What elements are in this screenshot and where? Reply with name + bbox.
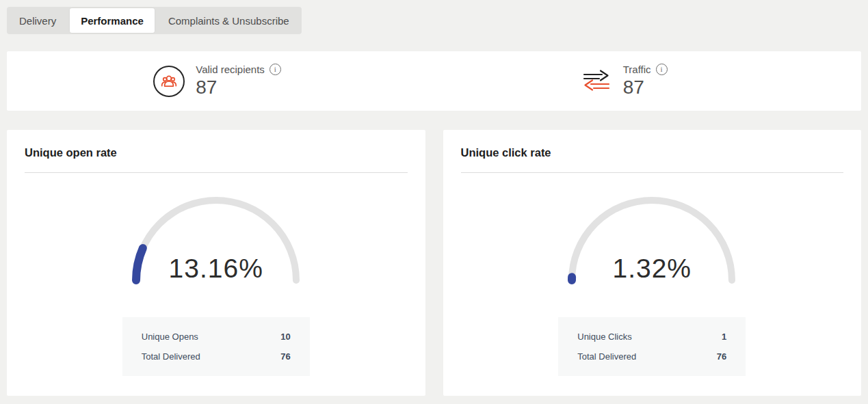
unique-click-rate-card: Unique click rate 1.32% Unique Clicks 1 … bbox=[443, 130, 862, 396]
open-rate-detail-table: Unique Opens 10 Total Delivered 76 bbox=[122, 317, 310, 376]
group-people-icon bbox=[153, 66, 185, 97]
performance-dashboard: Delivery Performance Complaints & Unsubs… bbox=[0, 0, 868, 403]
row-value: 76 bbox=[717, 351, 726, 362]
gauge-cards-row: Unique open rate 13.16% Unique Opens 10 … bbox=[7, 130, 861, 396]
card-title: Unique click rate bbox=[461, 146, 844, 159]
report-tabs: Delivery Performance Complaints & Unsubs… bbox=[7, 7, 302, 34]
unique-open-rate-card: Unique open rate 13.16% Unique Opens 10 … bbox=[7, 130, 425, 396]
divider bbox=[25, 172, 408, 173]
valid-recipients-label: Valid recipients bbox=[196, 64, 265, 75]
info-icon[interactable]: i bbox=[656, 64, 668, 75]
tab-complaints-unsubscribe[interactable]: Complaints & Unsubscribe bbox=[156, 7, 302, 34]
table-row: Total Delivered 76 bbox=[142, 347, 291, 366]
row-label: Unique Opens bbox=[142, 332, 198, 342]
click-rate-detail-table: Unique Clicks 1 Total Delivered 76 bbox=[558, 317, 746, 376]
click-rate-gauge: 1.32% bbox=[563, 191, 741, 285]
tab-delivery[interactable]: Delivery bbox=[7, 7, 68, 34]
row-label: Unique Clicks bbox=[577, 332, 631, 342]
table-row: Total Delivered 76 bbox=[577, 347, 726, 366]
row-value: 10 bbox=[280, 332, 290, 342]
traffic-stat: Traffic i 87 bbox=[434, 64, 862, 98]
open-rate-gauge: 13.16% bbox=[127, 191, 305, 285]
gauge-percent-label: 1.32% bbox=[563, 254, 741, 284]
tab-performance[interactable]: Performance bbox=[70, 8, 155, 33]
divider bbox=[461, 172, 844, 173]
info-icon[interactable]: i bbox=[269, 64, 281, 75]
table-row: Unique Clicks 1 bbox=[577, 327, 726, 347]
summary-stats-bar: Valid recipients i 87 bbox=[7, 51, 861, 111]
valid-recipients-stat: Valid recipients i 87 bbox=[7, 64, 434, 98]
traffic-value: 87 bbox=[623, 77, 668, 98]
gauge-percent-label: 13.16% bbox=[127, 254, 305, 284]
row-label: Total Delivered bbox=[142, 351, 200, 362]
row-label: Total Delivered bbox=[577, 351, 636, 362]
traffic-arrows-icon bbox=[581, 66, 612, 97]
valid-recipients-value: 87 bbox=[196, 77, 281, 98]
card-title: Unique open rate bbox=[25, 146, 408, 159]
traffic-label: Traffic bbox=[623, 64, 651, 75]
row-value: 76 bbox=[280, 351, 290, 362]
row-value: 1 bbox=[722, 332, 726, 342]
table-row: Unique Opens 10 bbox=[142, 327, 291, 347]
